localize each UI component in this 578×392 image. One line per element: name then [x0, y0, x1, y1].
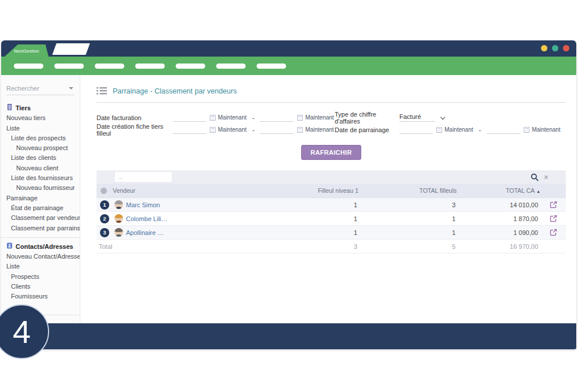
- total-ca-value: 14 010,00: [457, 201, 540, 208]
- column-vendeur[interactable]: Vendeur: [113, 187, 260, 194]
- table-search-input[interactable]: [115, 172, 172, 182]
- sidebar-item-liste[interactable]: Liste: [1, 262, 80, 271]
- nav-pill[interactable]: [176, 64, 205, 69]
- filter-label: Type de chiffre d'affaires: [335, 111, 399, 125]
- sidebar-menu: TiersNouveau tiersListeListe des prospec…: [1, 103, 80, 315]
- vendeur-link[interactable]: Colombe Lili…: [126, 215, 168, 222]
- sidebar-item-liste[interactable]: Liste: [1, 124, 80, 133]
- step-badge: 4: [0, 304, 49, 359]
- avatar: [114, 228, 123, 237]
- brand-label: NextGestion: [14, 47, 39, 54]
- table-row: 2Colombe Lili…111 870,00: [97, 212, 566, 226]
- dropdown-caret-icon[interactable]: [69, 87, 73, 89]
- close-button[interactable]: [563, 45, 569, 51]
- sidebar-item-clients[interactable]: Clients: [1, 282, 80, 292]
- search-icon[interactable]: [531, 173, 539, 181]
- column-total-filleuls[interactable]: TOTAL filleuls: [358, 187, 457, 194]
- range-separator: -: [479, 126, 481, 133]
- brand-tab[interactable]: NextGestion: [5, 44, 49, 57]
- sidebar: TiersNouveau tiersListeListe des prospec…: [1, 75, 80, 323]
- minimize-button[interactable]: [541, 45, 547, 51]
- external-link-icon[interactable]: [540, 215, 566, 222]
- filter-label: Date création fiche tiers filleul: [97, 123, 173, 137]
- sidebar-item-liste-des-clients[interactable]: Liste des clients: [1, 153, 80, 163]
- calendar-icon: [210, 127, 216, 133]
- date-facturation-from-input[interactable]: [173, 113, 206, 122]
- sidebar-header-label: Tiers: [16, 103, 31, 113]
- to-now-shortcut[interactable]: Maintenant: [297, 114, 334, 121]
- sidebar-item-nouveau-fournisseur[interactable]: Nouveau fournisseur: [1, 183, 80, 193]
- close-icon[interactable]: ×: [544, 173, 549, 181]
- calendar-icon: [524, 127, 529, 133]
- nav-pill[interactable]: [257, 64, 286, 69]
- sidebar-item-nouveau-prospect[interactable]: Nouveau prospect: [1, 143, 80, 153]
- sidebar-item-nouveau-contact-adresse[interactable]: Nouveau Contact/Adresse: [1, 252, 80, 262]
- to-now-shortcut[interactable]: Maintenant: [524, 126, 560, 133]
- sidebar-header-tiers[interactable]: Tiers: [1, 103, 80, 113]
- nav-pill[interactable]: [54, 64, 84, 69]
- building-icon: [6, 103, 13, 113]
- sidebar-item-e-tat-de-parrainage[interactable]: État de parrainage: [1, 203, 80, 213]
- rank-badge: 1: [100, 200, 109, 210]
- table-body: 1Marc Simon1314 010,002Colombe Lili…111 …: [97, 198, 566, 240]
- date-parrainage-to-input[interactable]: [487, 125, 520, 134]
- info-icon[interactable]: [101, 188, 107, 194]
- now-label: Maintenant: [444, 126, 473, 133]
- date-parrainage-from-input[interactable]: [399, 125, 433, 134]
- from-now-shortcut[interactable]: Maintenant: [210, 114, 246, 121]
- main-content: Parrainage - Classement par vendeurs Dat…: [80, 75, 576, 323]
- total-total-ca: 16 970,00: [457, 243, 540, 250]
- sidebar-item-nouveau-client[interactable]: Nouveau client: [1, 163, 80, 173]
- main-navbar: [1, 57, 576, 75]
- filter-panel: Date facturationMaintenant-MaintenantDat…: [97, 111, 566, 136]
- column-total-ca[interactable]: TOTAL CA▲: [457, 187, 540, 194]
- sidebar-search: [6, 83, 75, 95]
- filter-label: Date de parrainage: [335, 126, 399, 133]
- sidebar-item-nouveau-tiers[interactable]: Nouveau tiers: [1, 113, 80, 123]
- from-now-shortcut[interactable]: Maintenant: [436, 126, 473, 133]
- avatar: [114, 214, 123, 223]
- sidebar-header-contacts-adresses[interactable]: Contacts/Adresses: [1, 242, 80, 252]
- now-label: Maintenant: [305, 126, 334, 133]
- sidebar-item-parrainage[interactable]: Parrainage: [1, 193, 80, 203]
- sidebar-item-fournisseurs[interactable]: Fournisseurs: [1, 292, 80, 301]
- sidebar-item-liste-des-prospects[interactable]: Liste des prospects: [1, 133, 80, 143]
- date-creation-fiche-tiers-filleul-from-input[interactable]: [173, 125, 206, 134]
- refresh-button[interactable]: RAFRAICHIR: [301, 145, 361, 160]
- filter-type-ca: Type de chiffre d'affaires Facturé: [335, 111, 566, 124]
- external-link-icon[interactable]: [540, 229, 566, 236]
- title-bar: NextGestion: [1, 40, 576, 57]
- nav-pill[interactable]: [135, 64, 165, 69]
- date-facturation-to-input[interactable]: [260, 113, 294, 122]
- vendeur-link[interactable]: Marc Simon: [126, 201, 160, 208]
- now-label: Maintenant: [305, 114, 334, 121]
- avatar: [114, 200, 123, 209]
- maximize-button[interactable]: [552, 45, 558, 51]
- vendeur-cell: Marc Simon: [113, 200, 260, 209]
- filleul-niveau1-value: 1: [260, 215, 358, 222]
- sidebar-item-classement-par-parrains[interactable]: Classement par parrains: [1, 223, 80, 233]
- sidebar-item-liste-des-fournisseurs[interactable]: Liste des fournisseurs: [1, 173, 80, 183]
- nav-pill[interactable]: [14, 64, 43, 69]
- page-title: Parrainage - Classement par vendeurs: [113, 87, 237, 95]
- redacted-tab[interactable]: [52, 43, 90, 55]
- rank-badge: 2: [100, 214, 109, 223]
- from-now-shortcut[interactable]: Maintenant: [210, 126, 246, 133]
- date-creation-fiche-tiers-filleul-to-input[interactable]: [260, 125, 294, 134]
- vendeur-link[interactable]: Apollinaire …: [126, 229, 164, 236]
- type-ca-select[interactable]: Facturé: [399, 113, 444, 122]
- table-row: 1Marc Simon1314 010,00: [97, 198, 566, 212]
- nav-pill[interactable]: [216, 64, 246, 69]
- sidebar-item-prospects[interactable]: Prospects: [1, 272, 80, 282]
- external-link-icon[interactable]: [540, 201, 566, 208]
- sidebar-item-classement-par-vendeurs[interactable]: Classement par vendeurs: [1, 213, 80, 223]
- column-filleul-niveau1[interactable]: Filleul niveau 1: [260, 187, 358, 194]
- filleul-niveau1-value: 1: [260, 229, 358, 236]
- ranking-table: × Vendeur Filleul niveau 1 TOTAL filleul…: [97, 170, 566, 253]
- nav-pill[interactable]: [95, 64, 124, 69]
- to-now-shortcut[interactable]: Maintenant: [297, 126, 334, 133]
- table-total-row: Total 3 5 16 970,00: [97, 240, 566, 253]
- search-input[interactable]: [6, 83, 75, 95]
- table-toolbar: ×: [97, 170, 566, 184]
- footer-bar: [1, 323, 576, 349]
